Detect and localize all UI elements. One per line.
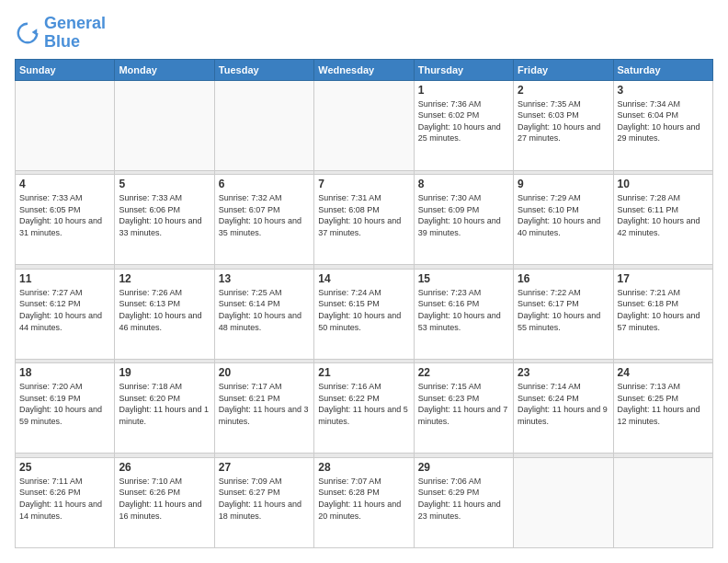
- day-info: Sunrise: 7:16 AM Sunset: 6:22 PM Dayligh…: [318, 381, 409, 427]
- calendar-week-row: 4Sunrise: 7:33 AM Sunset: 6:05 PM Daylig…: [16, 175, 713, 265]
- calendar-week-row: 25Sunrise: 7:11 AM Sunset: 6:26 PM Dayli…: [16, 457, 713, 547]
- calendar-header-row: SundayMondayTuesdayWednesdayThursdayFrid…: [16, 59, 713, 80]
- calendar-cell: 29Sunrise: 7:06 AM Sunset: 6:29 PM Dayli…: [414, 457, 513, 547]
- calendar-cell: 23Sunrise: 7:14 AM Sunset: 6:24 PM Dayli…: [514, 363, 613, 454]
- day-number: 23: [518, 366, 609, 379]
- day-number: 27: [219, 461, 310, 474]
- calendar-header-tuesday: Tuesday: [214, 59, 313, 80]
- calendar-week-row: 1Sunrise: 7:36 AM Sunset: 6:02 PM Daylig…: [16, 80, 713, 170]
- day-number: 2: [518, 84, 609, 97]
- day-info: Sunrise: 7:11 AM Sunset: 6:26 PM Dayligh…: [19, 476, 110, 522]
- day-info: Sunrise: 7:29 AM Sunset: 6:10 PM Dayligh…: [518, 192, 609, 238]
- day-number: 10: [618, 178, 709, 190]
- day-number: 4: [19, 178, 110, 190]
- day-number: 8: [418, 178, 509, 190]
- day-number: 24: [618, 366, 709, 379]
- day-number: 13: [219, 272, 310, 285]
- calendar-cell: 13Sunrise: 7:25 AM Sunset: 6:14 PM Dayli…: [214, 269, 313, 359]
- calendar-cell: [214, 80, 313, 170]
- day-number: 29: [418, 461, 509, 474]
- calendar-cell: 11Sunrise: 7:27 AM Sunset: 6:12 PM Dayli…: [16, 269, 115, 359]
- calendar-cell: 24Sunrise: 7:13 AM Sunset: 6:25 PM Dayli…: [613, 363, 712, 454]
- day-number: 3: [618, 84, 709, 97]
- logo-icon: [15, 20, 40, 46]
- calendar-header-sunday: Sunday: [16, 59, 115, 80]
- day-info: Sunrise: 7:09 AM Sunset: 6:27 PM Dayligh…: [219, 476, 310, 522]
- day-info: Sunrise: 7:06 AM Sunset: 6:29 PM Dayligh…: [418, 476, 509, 522]
- day-info: Sunrise: 7:32 AM Sunset: 6:07 PM Dayligh…: [219, 192, 310, 238]
- day-number: 15: [418, 272, 509, 285]
- day-info: Sunrise: 7:10 AM Sunset: 6:26 PM Dayligh…: [119, 476, 210, 522]
- day-info: Sunrise: 7:31 AM Sunset: 6:08 PM Dayligh…: [318, 192, 409, 238]
- day-info: Sunrise: 7:26 AM Sunset: 6:13 PM Dayligh…: [119, 287, 210, 333]
- day-number: 22: [418, 366, 509, 379]
- day-number: 18: [19, 366, 110, 379]
- day-number: 14: [318, 272, 409, 285]
- page: General Blue SundayMondayTuesdayWednesda…: [0, 0, 728, 563]
- day-info: Sunrise: 7:13 AM Sunset: 6:25 PM Dayligh…: [618, 381, 709, 427]
- day-number: 25: [19, 461, 110, 474]
- calendar-cell: 2Sunrise: 7:35 AM Sunset: 6:03 PM Daylig…: [514, 80, 613, 170]
- day-info: Sunrise: 7:35 AM Sunset: 6:03 PM Dayligh…: [518, 98, 609, 144]
- day-number: 26: [119, 461, 210, 474]
- header: General Blue: [15, 15, 713, 52]
- calendar-cell: [514, 457, 613, 547]
- calendar-cell: 1Sunrise: 7:36 AM Sunset: 6:02 PM Daylig…: [414, 80, 513, 170]
- calendar-cell: 10Sunrise: 7:28 AM Sunset: 6:11 PM Dayli…: [613, 175, 712, 265]
- day-number: 21: [318, 366, 409, 379]
- day-number: 20: [219, 366, 310, 379]
- calendar-cell: 17Sunrise: 7:21 AM Sunset: 6:18 PM Dayli…: [613, 269, 712, 359]
- day-number: 19: [119, 366, 210, 379]
- calendar-header-saturday: Saturday: [613, 59, 712, 80]
- calendar-table: SundayMondayTuesdayWednesdayThursdayFrid…: [15, 59, 713, 548]
- day-info: Sunrise: 7:34 AM Sunset: 6:04 PM Dayligh…: [618, 98, 709, 144]
- logo: General Blue: [15, 15, 106, 52]
- calendar-cell: 3Sunrise: 7:34 AM Sunset: 6:04 PM Daylig…: [613, 80, 712, 170]
- calendar-cell: 15Sunrise: 7:23 AM Sunset: 6:16 PM Dayli…: [414, 269, 513, 359]
- calendar-header-wednesday: Wednesday: [314, 59, 414, 80]
- day-info: Sunrise: 7:33 AM Sunset: 6:06 PM Dayligh…: [119, 192, 210, 238]
- calendar-cell: 6Sunrise: 7:32 AM Sunset: 6:07 PM Daylig…: [214, 175, 313, 265]
- calendar-cell: [314, 80, 414, 170]
- calendar-cell: 16Sunrise: 7:22 AM Sunset: 6:17 PM Dayli…: [514, 269, 613, 359]
- day-number: 12: [119, 272, 210, 285]
- calendar-cell: [115, 80, 214, 170]
- day-info: Sunrise: 7:14 AM Sunset: 6:24 PM Dayligh…: [518, 381, 609, 427]
- calendar-cell: [613, 457, 712, 547]
- day-number: 11: [19, 272, 110, 285]
- calendar-week-row: 18Sunrise: 7:20 AM Sunset: 6:19 PM Dayli…: [16, 363, 713, 454]
- calendar-cell: 19Sunrise: 7:18 AM Sunset: 6:20 PM Dayli…: [115, 363, 214, 454]
- day-number: 17: [618, 272, 709, 285]
- day-info: Sunrise: 7:27 AM Sunset: 6:12 PM Dayligh…: [19, 287, 110, 333]
- day-info: Sunrise: 7:07 AM Sunset: 6:28 PM Dayligh…: [318, 476, 409, 522]
- calendar-week-row: 11Sunrise: 7:27 AM Sunset: 6:12 PM Dayli…: [16, 269, 713, 359]
- calendar-header-thursday: Thursday: [414, 59, 513, 80]
- day-number: 7: [318, 178, 409, 190]
- calendar-cell: 25Sunrise: 7:11 AM Sunset: 6:26 PM Dayli…: [16, 457, 115, 547]
- calendar-header-friday: Friday: [514, 59, 613, 80]
- day-number: 9: [518, 178, 609, 190]
- calendar-cell: 9Sunrise: 7:29 AM Sunset: 6:10 PM Daylig…: [514, 175, 613, 265]
- day-info: Sunrise: 7:17 AM Sunset: 6:21 PM Dayligh…: [219, 381, 310, 427]
- day-number: 16: [518, 272, 609, 285]
- day-number: 28: [318, 461, 409, 474]
- calendar-cell: 12Sunrise: 7:26 AM Sunset: 6:13 PM Dayli…: [115, 269, 214, 359]
- day-info: Sunrise: 7:18 AM Sunset: 6:20 PM Dayligh…: [119, 381, 210, 427]
- calendar-cell: 20Sunrise: 7:17 AM Sunset: 6:21 PM Dayli…: [214, 363, 313, 454]
- day-number: 6: [219, 178, 310, 190]
- svg-marker-0: [32, 29, 38, 35]
- day-info: Sunrise: 7:22 AM Sunset: 6:17 PM Dayligh…: [518, 287, 609, 333]
- calendar-cell: [16, 80, 115, 170]
- day-info: Sunrise: 7:23 AM Sunset: 6:16 PM Dayligh…: [418, 287, 509, 333]
- day-info: Sunrise: 7:33 AM Sunset: 6:05 PM Dayligh…: [19, 192, 110, 238]
- day-info: Sunrise: 7:20 AM Sunset: 6:19 PM Dayligh…: [19, 381, 110, 427]
- calendar-cell: 5Sunrise: 7:33 AM Sunset: 6:06 PM Daylig…: [115, 175, 214, 265]
- calendar-cell: 22Sunrise: 7:15 AM Sunset: 6:23 PM Dayli…: [414, 363, 513, 454]
- day-info: Sunrise: 7:15 AM Sunset: 6:23 PM Dayligh…: [418, 381, 509, 427]
- day-info: Sunrise: 7:24 AM Sunset: 6:15 PM Dayligh…: [318, 287, 409, 333]
- calendar-cell: 21Sunrise: 7:16 AM Sunset: 6:22 PM Dayli…: [314, 363, 414, 454]
- day-number: 5: [119, 178, 210, 190]
- day-info: Sunrise: 7:30 AM Sunset: 6:09 PM Dayligh…: [418, 192, 509, 238]
- calendar-cell: 8Sunrise: 7:30 AM Sunset: 6:09 PM Daylig…: [414, 175, 513, 265]
- day-info: Sunrise: 7:21 AM Sunset: 6:18 PM Dayligh…: [618, 287, 709, 333]
